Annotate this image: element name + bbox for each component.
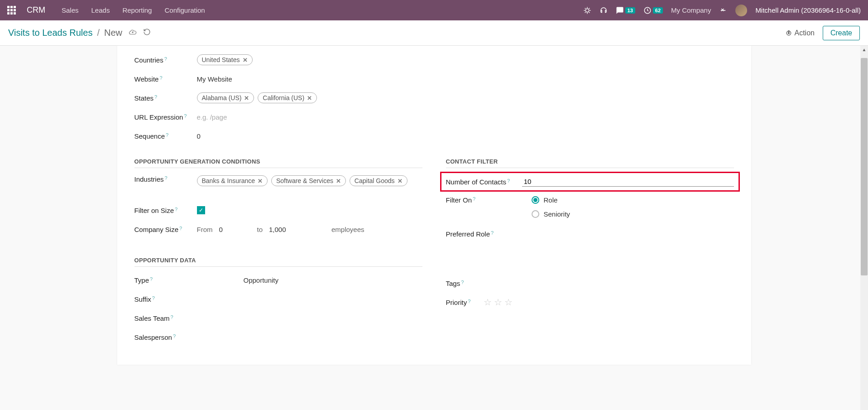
- action-button[interactable]: Action: [785, 29, 815, 37]
- breadcrumb-parent[interactable]: Visits to Leads Rules: [8, 28, 92, 38]
- topbar: CRM Sales Leads Reporting Configuration …: [0, 0, 868, 20]
- apps-icon[interactable]: [7, 6, 16, 14]
- topbar-right: 13 62 My Company Mitchell Admin (2036696…: [583, 5, 861, 16]
- svg-point-2: [788, 32, 790, 34]
- app-name[interactable]: CRM: [27, 5, 45, 15]
- user-name[interactable]: Mitchell Admin (20366964-16-0-all): [755, 6, 861, 14]
- subheader-right: Action Create: [785, 26, 860, 40]
- nav-menu: Sales Leads Reporting Configuration: [62, 6, 205, 14]
- topbar-left: CRM Sales Leads Reporting Configuration: [7, 5, 205, 15]
- breadcrumb-current: New: [104, 28, 122, 38]
- messages-badge: 13: [625, 7, 635, 14]
- nav-configuration[interactable]: Configuration: [164, 6, 205, 14]
- avatar[interactable]: [735, 5, 747, 16]
- nav-leads[interactable]: Leads: [91, 6, 110, 14]
- support-icon[interactable]: [599, 6, 608, 14]
- svg-point-0: [585, 9, 589, 12]
- breadcrumb-sep: /: [97, 28, 100, 38]
- nav-sales[interactable]: Sales: [62, 6, 79, 14]
- messages-icon[interactable]: 13: [616, 6, 635, 14]
- subheader: Visits to Leads Rules / New Action Creat…: [0, 20, 868, 46]
- tools-icon[interactable]: [719, 6, 727, 14]
- action-label: Action: [795, 29, 815, 37]
- bug-icon[interactable]: [583, 6, 591, 14]
- create-button[interactable]: Create: [823, 26, 860, 40]
- clock-badge: 62: [653, 7, 663, 14]
- discard-icon[interactable]: [143, 28, 151, 38]
- cloud-save-icon[interactable]: [129, 28, 137, 38]
- nav-reporting[interactable]: Reporting: [122, 6, 152, 14]
- clock-icon[interactable]: 62: [643, 6, 663, 14]
- breadcrumb: Visits to Leads Rules / New: [8, 28, 151, 38]
- company-name[interactable]: My Company: [671, 6, 711, 14]
